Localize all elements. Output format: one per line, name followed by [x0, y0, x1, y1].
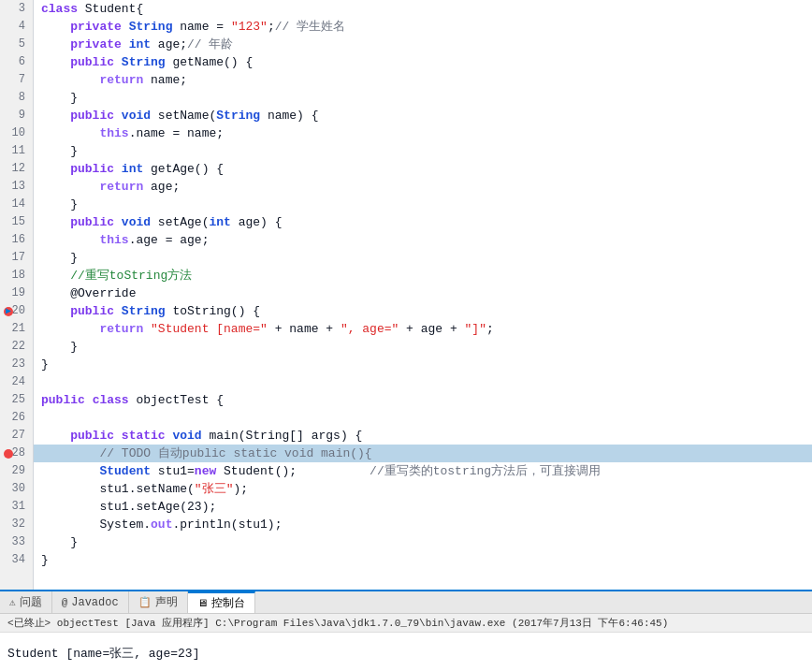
line-number-10: 10: [7, 124, 25, 142]
line-number-19: 19: [7, 284, 25, 302]
code-line-10: this.name = name;: [34, 124, 812, 142]
line-number-9: 9: [7, 107, 25, 124]
line-number-32: 32: [7, 516, 25, 533]
line-number-5: 5: [7, 36, 25, 53]
line-number-28: 28: [7, 445, 25, 462]
line-number-24: 24: [7, 373, 25, 391]
code-line-33: }: [34, 533, 812, 551]
code-line-21: return "Student [name=" + name + ", age=…: [34, 320, 812, 338]
line-number-26: 26: [7, 409, 25, 427]
line-number-15: 15: [7, 213, 25, 231]
code-line-23: }: [34, 356, 812, 373]
code-line-7: return name;: [34, 71, 812, 89]
code-line-6: public String getName() {: [34, 53, 812, 71]
code-line-4: private String name = "123";// 学生姓名: [34, 18, 812, 36]
line-number-27: 27: [7, 427, 25, 445]
code-line-26: [34, 409, 812, 427]
code-line-14: }: [34, 196, 812, 213]
line-number-8: 8: [7, 89, 25, 107]
line-number-33: 33: [7, 533, 25, 551]
tab-icon-问题: ⚠: [9, 596, 16, 608]
tab-icon-声明: 📋: [138, 596, 152, 608]
line-number-11: 11: [7, 142, 25, 160]
line-number-14: 14: [7, 196, 25, 213]
line-number-4: 4: [7, 18, 25, 36]
tabs-row: ⚠问题@Javadoc📋声明🖥控制台: [0, 591, 812, 614]
tab-icon-Javadoc: @: [62, 597, 68, 608]
line-number-16: 16: [7, 231, 25, 249]
line-number-29: 29: [7, 462, 25, 480]
code-content: class Student{ private String name = "12…: [34, 0, 812, 590]
code-line-5: private int age;// 年龄: [34, 36, 812, 53]
code-line-16: this.age = age;: [34, 231, 812, 249]
bottom-panel: ⚠问题@Javadoc📋声明🖥控制台 <已终止> objectTest [Jav…: [0, 590, 812, 671]
status-text: <已终止> objectTest [Java 应用程序] C:\Program …: [7, 616, 668, 630]
line-number-18: 18: [7, 267, 25, 284]
tab-label-控制台: 控制台: [211, 595, 245, 611]
console-output-text: Student [name=张三, age=23]: [7, 645, 805, 662]
code-line-24: [34, 373, 812, 391]
code-line-20: public String toString() {: [34, 302, 812, 320]
tab-icon-控制台: 🖥: [197, 597, 208, 609]
code-line-31: stu1.setAge(23);: [34, 498, 812, 516]
code-line-34: }: [34, 551, 812, 569]
code-line-3: class Student{: [34, 0, 812, 18]
line-number-34: 34: [7, 551, 25, 569]
tab-label-Javadoc: Javadoc: [71, 596, 118, 609]
code-line-15: public void setAge(int age) {: [34, 213, 812, 231]
line-number-20: ▶20: [7, 302, 25, 320]
code-line-12: public int getAge() {: [34, 160, 812, 178]
code-line-17: }: [34, 249, 812, 267]
code-line-13: return age;: [34, 178, 812, 196]
tab-Javadoc[interactable]: @Javadoc: [52, 591, 129, 613]
status-bar: <已终止> objectTest [Java 应用程序] C:\Program …: [0, 614, 812, 633]
code-line-8: }: [34, 89, 812, 107]
code-line-22: }: [34, 338, 812, 356]
line-number-23: 23: [7, 356, 25, 373]
line-number-31: 31: [7, 498, 25, 516]
code-line-25: public class objectTest {: [34, 391, 812, 409]
line-number-13: 13: [7, 178, 25, 196]
tab-声明[interactable]: 📋声明: [129, 591, 188, 613]
code-line-27: public static void main(String[] args) {: [34, 427, 812, 445]
code-line-11: }: [34, 142, 812, 160]
tab-label-声明: 声明: [155, 594, 178, 610]
tab-问题[interactable]: ⚠问题: [0, 591, 52, 613]
code-line-30: stu1.setName("张三");: [34, 480, 812, 498]
line-number-3: 3: [7, 0, 25, 18]
line-number-22: 22: [7, 338, 25, 356]
line-number-21: 21: [7, 320, 25, 338]
line-number-30: 30: [7, 480, 25, 498]
code-line-9: public void setName(String name) {: [34, 107, 812, 124]
tab-控制台[interactable]: 🖥控制台: [188, 591, 255, 613]
code-line-18: //重写toString方法: [34, 267, 812, 284]
line-number-12: 12: [7, 160, 25, 178]
tab-label-问题: 问题: [20, 594, 42, 610]
code-line-19: @Override: [34, 284, 812, 302]
code-line-28: // TODO 自动public static void main(){: [34, 445, 812, 462]
line-number-25: 25: [7, 391, 25, 409]
line-numbers: 345678910111213141516171819▶202122232425…: [0, 0, 34, 590]
line-number-7: 7: [7, 71, 25, 89]
line-number-17: 17: [7, 249, 25, 267]
code-line-29: Student stu1=new Student(); //重写类的tostri…: [34, 462, 812, 480]
line-number-6: 6: [7, 53, 25, 71]
code-editor[interactable]: 345678910111213141516171819▶202122232425…: [0, 0, 812, 590]
code-line-32: System.out.println(stu1);: [34, 516, 812, 533]
console-output: Student [name=张三, age=23]: [0, 633, 812, 671]
